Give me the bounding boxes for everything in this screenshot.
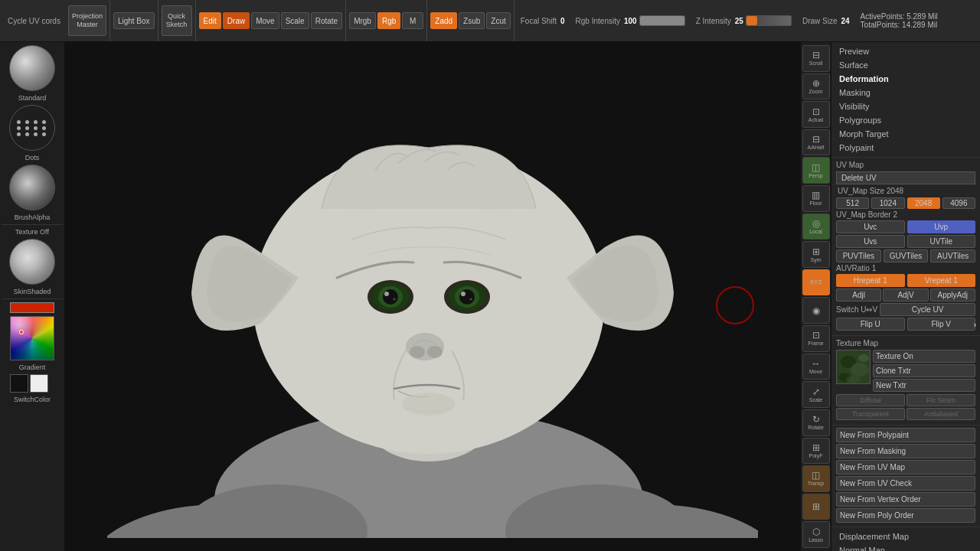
- nav-section: Preview Surface Deformation Masking Visi…: [831, 42, 980, 158]
- mrgb-btn[interactable]: Mrgb: [349, 12, 376, 29]
- new-from-masking-btn[interactable]: New From Masking: [836, 444, 975, 458]
- alpha-brush-preview[interactable]: [9, 165, 55, 210]
- new-from-uv-check-btn[interactable]: New From UV Check: [836, 476, 975, 491]
- new-from-poly-order-btn[interactable]: New From Poly Order: [836, 508, 975, 523]
- lasso-icon: ⬡: [812, 527, 820, 536]
- sym-btn[interactable]: ⊞ Sym: [802, 241, 830, 268]
- uvp-btn[interactable]: Uvp: [907, 220, 976, 233]
- zadd-btn[interactable]: Zadd: [430, 12, 457, 29]
- draw-btn[interactable]: Draw: [223, 12, 250, 29]
- black-swatch[interactable]: [10, 374, 28, 393]
- transparent-btn[interactable]: Transparent: [836, 408, 905, 420]
- zoom-btn[interactable]: ⊕ Zoom: [802, 73, 830, 100]
- delete-uv-btn[interactable]: Delete UV: [836, 171, 975, 184]
- adjl-btn[interactable]: Adjl: [836, 289, 881, 302]
- actual-btn[interactable]: ⊡ Actual: [802, 101, 830, 128]
- size-4096-btn[interactable]: 4096: [942, 197, 975, 209]
- edit-btn[interactable]: Edit: [199, 12, 221, 29]
- uvs-btn[interactable]: Uvs: [836, 235, 905, 248]
- displacement-map-title[interactable]: Displacement Map: [836, 530, 975, 543]
- move-btn[interactable]: Move: [251, 12, 279, 29]
- projection-group: ProjectionMaster: [65, 0, 110, 41]
- xyz-btn[interactable]: XYZ: [802, 269, 830, 296]
- adjv-btn[interactable]: AdjV: [883, 289, 928, 302]
- scale-rail-btn[interactable]: ⤢ Scale: [802, 381, 830, 408]
- normal-map-title[interactable]: Normal Map: [836, 543, 975, 551]
- skin-shaded-preview[interactable]: [9, 239, 55, 285]
- sketch-group: Quick Sketch: [158, 0, 196, 41]
- new-from-uv-map-btn[interactable]: New From UV Map: [836, 460, 975, 474]
- vrepeat-btn[interactable]: Vrepeat 1: [907, 274, 976, 287]
- texture-on-btn[interactable]: Texture On: [873, 350, 975, 363]
- size-512-btn[interactable]: 512: [836, 197, 869, 209]
- transp-btn[interactable]: ◫ Transp: [802, 465, 830, 492]
- nav-surface[interactable]: Surface: [836, 58, 975, 72]
- frame-btn[interactable]: ⊡ Frame: [802, 325, 830, 352]
- fix-seam-btn[interactable]: Fix Seam: [906, 394, 975, 406]
- nav-morph-target[interactable]: Morph Target: [836, 127, 975, 141]
- z-intensity-slider[interactable]: [746, 15, 792, 26]
- window-title: Cycle UV cords: [3, 15, 65, 27]
- puvtiles-btn[interactable]: PUVTiles: [836, 249, 881, 262]
- cycle-uv-btn[interactable]: Cycle UV: [880, 303, 975, 316]
- viewport[interactable]: [65, 42, 800, 551]
- quick-sketch-btn[interactable]: Quick Sketch: [162, 5, 192, 36]
- lightbox-btn[interactable]: Light Box: [113, 12, 155, 29]
- color-spectrum[interactable]: [10, 316, 54, 360]
- frame-label: Frame: [808, 341, 823, 346]
- antialiased-btn[interactable]: Antialiased: [906, 408, 975, 420]
- main-area: Standard Dots BrushAlpha Texture Off Ski…: [0, 42, 980, 551]
- floor-btn[interactable]: ▥ Floor: [802, 185, 830, 212]
- ghost-btn[interactable]: ⊞: [802, 494, 830, 520]
- lasso-btn[interactable]: ⬡ Lasso: [802, 521, 830, 548]
- flip-v-btn[interactable]: Flip V ›: [907, 318, 976, 331]
- move-rail-btn[interactable]: ↔ Move: [802, 354, 830, 380]
- z-intensity-value: 25: [735, 17, 743, 25]
- rotate-btn[interactable]: Rotate: [311, 12, 342, 29]
- hrepeat-btn[interactable]: Hrepeat 1: [836, 274, 905, 287]
- nav-preview[interactable]: Preview: [836, 44, 975, 58]
- zsub-btn[interactable]: Zsub: [459, 12, 485, 29]
- size-2048-btn[interactable]: 2048: [907, 197, 940, 209]
- local-btn[interactable]: ◎ Local: [802, 214, 830, 240]
- diffuse-btn[interactable]: Diffuse: [836, 394, 905, 406]
- texture-map-section: Texture Map Texture On Clone Txtr: [831, 336, 980, 425]
- foreground-color-indicator[interactable]: [10, 302, 54, 313]
- nav-visibility[interactable]: Visibility: [836, 99, 975, 113]
- persp-btn[interactable]: ◫ Persp: [802, 157, 830, 184]
- new-txtr-btn[interactable]: New Txtr: [873, 379, 975, 392]
- white-swatch[interactable]: [30, 374, 48, 393]
- polyf-btn[interactable]: ⊞ PolyF: [802, 438, 830, 465]
- zcut-btn[interactable]: Zcut: [486, 12, 510, 29]
- guvtiles-btn[interactable]: GUVTiles: [884, 249, 929, 262]
- tex-thumb-svg: [837, 350, 871, 384]
- nav-masking[interactable]: Masking: [836, 86, 975, 99]
- new-from-vertex-order-btn[interactable]: New From Vertex Order: [836, 492, 975, 507]
- rotate-rail-btn[interactable]: ↻ Rotate: [802, 409, 830, 436]
- nav-polypaint[interactable]: Polypaint: [836, 141, 975, 155]
- apply-adj-btn[interactable]: ApplyAdj: [930, 289, 975, 302]
- projection-master-btn[interactable]: ProjectionMaster: [68, 5, 106, 36]
- nav-polygroups[interactable]: Polygroups: [836, 113, 975, 127]
- light-btn[interactable]: ◉: [802, 297, 830, 324]
- flip-u-btn[interactable]: Flip U: [836, 318, 905, 331]
- size-1024-btn[interactable]: 1024: [871, 197, 904, 209]
- auvtiles-btn[interactable]: AUVTiles: [930, 249, 975, 262]
- clone-txtr-btn[interactable]: Clone Txtr: [873, 364, 975, 377]
- aahalf-icon: ⊟: [812, 135, 820, 144]
- scroll-btn[interactable]: ⊟ Scroll: [802, 45, 830, 72]
- nav-deformation[interactable]: Deformation: [836, 72, 975, 86]
- uvtile-btn[interactable]: UVTile: [907, 235, 976, 248]
- aahalf-btn[interactable]: ⊟ AAHalf: [802, 129, 830, 156]
- texture-map-row: Texture On Clone Txtr New Txtr: [836, 350, 975, 392]
- rgb-btn[interactable]: Rgb: [377, 12, 400, 29]
- dots-brush-preview[interactable]: [9, 105, 55, 151]
- m-btn[interactable]: M: [402, 12, 423, 29]
- new-from-polypaint-btn[interactable]: New From Polypaint: [836, 428, 975, 442]
- scale-btn[interactable]: Scale: [281, 12, 309, 29]
- rgb-intensity-group: Rgb Intensity 100: [570, 15, 690, 26]
- texture-thumbnail[interactable]: [836, 350, 871, 384]
- uvc-btn[interactable]: Uvc: [836, 220, 905, 233]
- rgb-intensity-slider[interactable]: [639, 15, 685, 26]
- standard-brush-preview[interactable]: [9, 45, 55, 91]
